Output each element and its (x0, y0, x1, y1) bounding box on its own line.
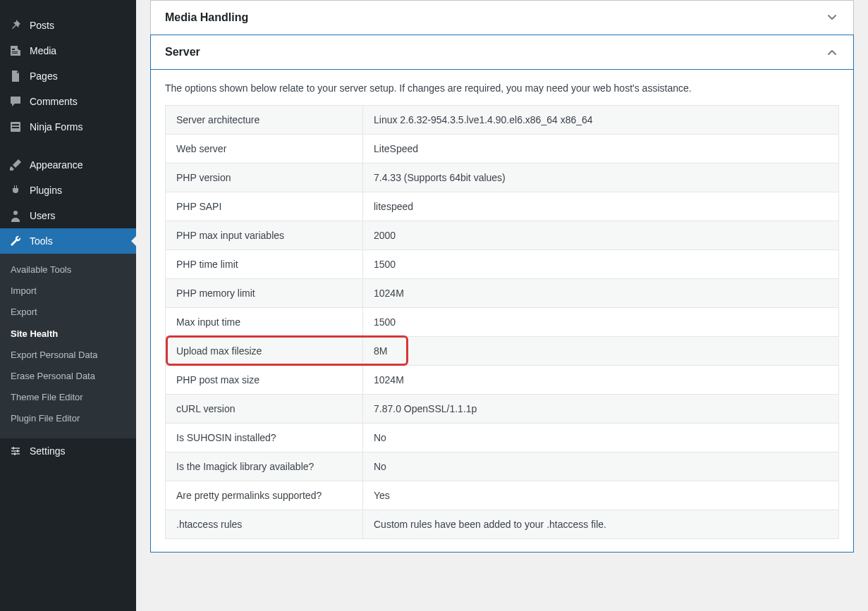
plug-icon (8, 183, 23, 197)
info-value: 1500 (363, 308, 839, 337)
table-row: Is SUHOSIN installed?No (166, 424, 839, 452)
settings-icon (8, 444, 23, 458)
info-label: PHP post max size (166, 366, 363, 395)
panel-media-handling: Media Handling (150, 0, 854, 35)
submenu-item-import[interactable]: Import (0, 280, 136, 302)
menu-label: Settings (30, 445, 66, 457)
menu-item-settings[interactable]: Settings (0, 438, 136, 464)
svg-rect-8 (17, 450, 18, 452)
pin-icon (8, 18, 23, 32)
info-label: PHP time limit (166, 250, 363, 279)
menu-label: Ninja Forms (30, 121, 82, 132)
menu-item-pages[interactable]: Pages (0, 63, 136, 89)
table-row: PHP memory limit1024M (166, 279, 839, 308)
brush-icon (8, 158, 23, 172)
info-value: No (363, 452, 839, 481)
info-value: Custom rules have been added to your .ht… (363, 510, 839, 539)
info-value: LiteSpeed (363, 135, 839, 163)
svg-rect-1 (12, 124, 19, 125)
info-label: Server architecture (166, 106, 363, 135)
info-label: PHP max input variables (166, 221, 363, 250)
info-label: Is the Imagick library available? (166, 452, 363, 481)
svg-rect-7 (13, 447, 14, 450)
menu-label: Plugins (30, 185, 62, 196)
info-label: Max input time (166, 308, 363, 337)
info-label: .htaccess rules (166, 510, 363, 539)
admin-sidebar: PostsMediaPagesCommentsNinja Forms Appea… (0, 0, 136, 611)
info-value: 1024M (363, 366, 839, 395)
submenu-item-available-tools[interactable]: Available Tools (0, 259, 136, 280)
chevron-up-icon (825, 45, 839, 59)
menu-item-tools[interactable]: Tools (0, 228, 136, 254)
info-label: Is SUHOSIN installed? (166, 424, 363, 452)
menu-item-users[interactable]: Users (0, 203, 136, 228)
table-row: Is the Imagick library available?No (166, 452, 839, 481)
table-row: PHP time limit1500 (166, 250, 839, 279)
table-row: Are pretty permalinks supported?Yes (166, 481, 839, 510)
submenu-item-export-personal-data[interactable]: Export Personal Data (0, 345, 136, 366)
info-value: 1024M (363, 279, 839, 308)
info-label: Upload max filesize (166, 337, 363, 366)
info-label: Web server (166, 135, 363, 163)
menu-label: Pages (30, 70, 58, 82)
menu-item-appearance[interactable]: Appearance (0, 152, 136, 178)
info-value: 7.87.0 OpenSSL/1.1.1p (363, 395, 839, 424)
panel-description: The options shown below relate to your s… (165, 82, 839, 94)
submenu-item-theme-file-editor[interactable]: Theme File Editor (0, 387, 136, 408)
svg-point-3 (13, 211, 18, 215)
info-label: PHP memory limit (166, 279, 363, 308)
panel-server: Server The options shown below relate to… (150, 35, 854, 553)
table-row: .htaccess rulesCustom rules have been ad… (166, 510, 839, 539)
chevron-down-icon (825, 11, 839, 25)
media-icon (8, 44, 23, 58)
menu-label: Comments (30, 96, 78, 107)
menu-label: Posts (30, 20, 54, 31)
panel-header-media-handling[interactable]: Media Handling (151, 1, 853, 35)
user-icon (8, 209, 23, 223)
info-value: Linux 2.6.32-954.3.5.lve1.4.90.el6.x86_6… (363, 106, 839, 135)
svg-rect-2 (12, 127, 19, 128)
menu-item-plugins[interactable]: Plugins (0, 178, 136, 203)
info-value: 1500 (363, 250, 839, 279)
table-row: cURL version7.87.0 OpenSSL/1.1.1p (166, 395, 839, 424)
table-row: Server architectureLinux 2.6.32-954.3.5.… (166, 106, 839, 135)
tools-submenu: Available ToolsImportExportSite HealthEx… (0, 254, 136, 438)
table-row: Max input time1500 (166, 308, 839, 337)
menu-item-media[interactable]: Media (0, 38, 136, 63)
wrench-icon (8, 234, 23, 248)
info-label: PHP version (166, 163, 363, 192)
menu-label: Media (30, 45, 56, 56)
info-label: cURL version (166, 395, 363, 424)
svg-rect-4 (11, 448, 20, 449)
table-row: PHP version7.4.33 (Supports 64bit values… (166, 163, 839, 192)
submenu-item-plugin-file-editor[interactable]: Plugin File Editor (0, 408, 136, 429)
server-info-table: Server architectureLinux 2.6.32-954.3.5.… (165, 105, 839, 539)
info-value: No (363, 424, 839, 452)
table-row: Web serverLiteSpeed (166, 135, 839, 163)
info-value: 7.4.33 (Supports 64bit values) (363, 163, 839, 192)
svg-rect-5 (11, 450, 20, 452)
submenu-item-erase-personal-data[interactable]: Erase Personal Data (0, 366, 136, 387)
svg-rect-9 (14, 452, 16, 455)
panel-title: Media Handling (165, 11, 248, 24)
table-row: PHP max input variables2000 (166, 221, 839, 250)
menu-item-posts[interactable]: Posts (0, 13, 136, 38)
form-icon (8, 120, 23, 134)
menu-label: Users (30, 210, 56, 221)
panel-title: Server (165, 46, 200, 58)
info-value: 8M (363, 337, 839, 366)
table-row: PHP post max size1024M (166, 366, 839, 395)
info-value: Yes (363, 481, 839, 510)
table-row: Upload max filesize8M (166, 337, 839, 366)
submenu-item-export[interactable]: Export (0, 302, 136, 323)
info-value: 2000 (363, 221, 839, 250)
comment-icon (8, 94, 23, 109)
menu-label: Tools (30, 235, 53, 247)
submenu-item-site-health[interactable]: Site Health (0, 323, 136, 345)
menu-item-ninja-forms[interactable]: Ninja Forms (0, 114, 136, 140)
pages-icon (8, 69, 23, 83)
panel-header-server[interactable]: Server (151, 35, 853, 70)
main-content: Media Handling Server The options shown … (136, 0, 868, 611)
menu-label: Appearance (30, 159, 83, 171)
menu-item-comments[interactable]: Comments (0, 89, 136, 114)
